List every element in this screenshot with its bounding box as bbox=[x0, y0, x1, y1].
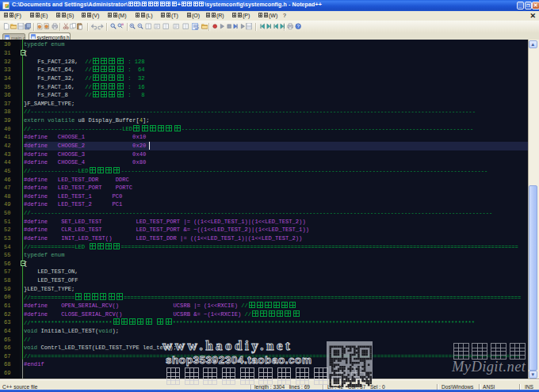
svg-text:?: ? bbox=[296, 24, 299, 29]
